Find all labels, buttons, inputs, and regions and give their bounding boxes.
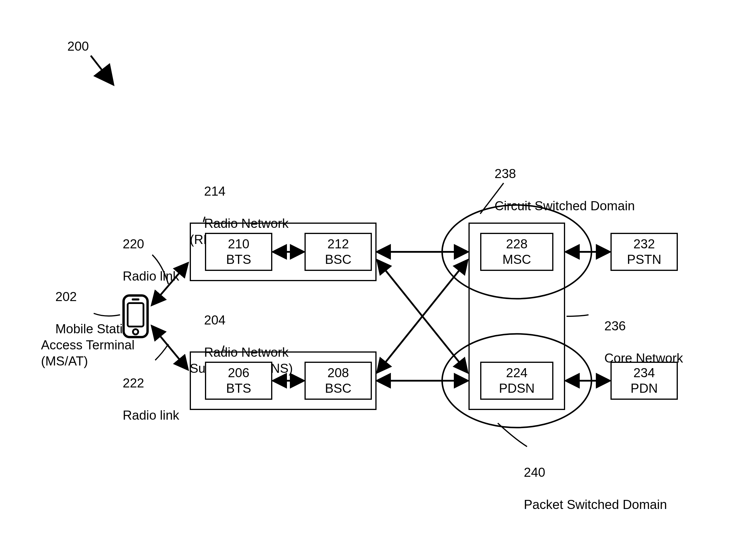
radio-link-222-label: 222 Radio link <box>108 359 179 439</box>
pdn-234-name: PDN <box>631 381 658 396</box>
bts-206-ref: 206 <box>228 365 249 381</box>
bsc-212-box: 212 BSC <box>305 233 372 271</box>
pdn-234-box: 234 PDN <box>610 362 678 400</box>
figure-ref-200: 200 <box>67 38 89 54</box>
pdsn-224-ref: 224 <box>506 365 527 381</box>
bsc-208-box: 208 BSC <box>305 362 372 400</box>
bsc-212-ref: 212 <box>327 236 349 252</box>
bts-206-name: BTS <box>226 381 251 396</box>
radio-link-220-name: Radio link <box>123 269 179 283</box>
msc-228-ref: 228 <box>506 236 527 252</box>
svg-rect-2 <box>132 298 139 300</box>
bsc-212-name: BSC <box>325 252 351 267</box>
pdsn-224-box: 224 PDSN <box>480 362 553 400</box>
rns-top-ref: 214 <box>204 184 225 198</box>
bts-210-box: 210 BTS <box>205 233 272 271</box>
ps-domain-name: Packet Switched Domain <box>524 497 667 512</box>
radio-link-222-name: Radio link <box>123 408 179 422</box>
pstn-232-ref: 232 <box>633 236 655 252</box>
ms-at-ref: 202 <box>55 289 77 304</box>
msc-228-box: 228 MSC <box>480 233 553 271</box>
ps-domain-label: 240 Packet Switched Domain <box>509 448 667 529</box>
bts-210-name: BTS <box>226 252 251 267</box>
radio-link-220-ref: 220 <box>123 237 144 251</box>
bsc-208-ref: 208 <box>327 365 349 381</box>
radio-link-220-label: 220 Radio link <box>108 220 179 300</box>
radio-link-222-ref: 222 <box>123 376 144 390</box>
pstn-232-box: 232 PSTN <box>610 233 678 271</box>
bts-206-box: 206 BTS <box>205 362 272 400</box>
mobile-phone-icon <box>122 294 149 338</box>
svg-line-4 <box>91 56 111 82</box>
cs-domain-label: 238 Circuit Switched Domain <box>480 149 635 230</box>
pdsn-224-name: PDSN <box>499 381 535 396</box>
diagram-canvas: 200 202 Mobile Station/ Access Terminal … <box>0 0 756 545</box>
msc-228-name: MSC <box>502 252 531 267</box>
pstn-232-name: PSTN <box>627 252 661 267</box>
rns-bottom-ref: 204 <box>204 313 225 327</box>
pdn-234-ref: 234 <box>633 365 655 381</box>
bts-210-ref: 210 <box>228 236 249 252</box>
cs-domain-name: Circuit Switched Domain <box>495 199 635 213</box>
bsc-208-name: BSC <box>325 381 351 396</box>
svg-line-12 <box>378 261 467 372</box>
svg-rect-1 <box>128 303 143 327</box>
cs-domain-ref: 238 <box>495 166 516 181</box>
core-ref: 236 <box>604 319 626 333</box>
ps-domain-ref: 240 <box>524 465 545 479</box>
svg-line-11 <box>378 261 467 372</box>
